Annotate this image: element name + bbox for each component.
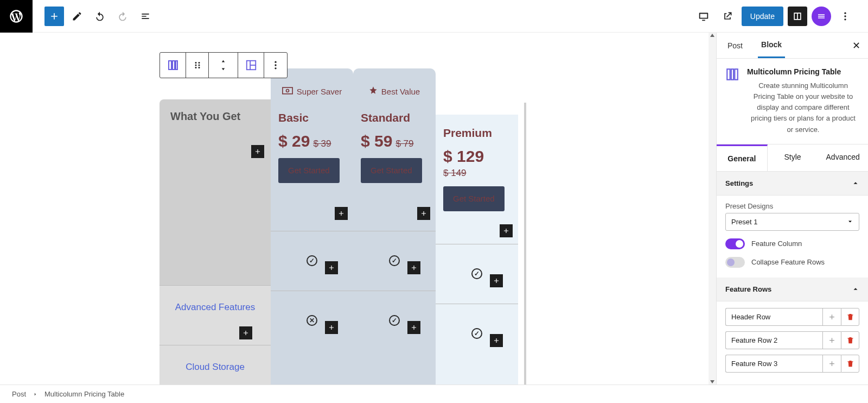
add-button[interactable] xyxy=(251,145,264,158)
pricing-table-block[interactable]: Super Saver Best Value What You Get xyxy=(159,68,524,385)
settings-sidebar: Post Block ✕ Multicolumn Pricing Table C… xyxy=(716,33,868,385)
tab-post[interactable]: Post xyxy=(724,34,746,58)
svg-point-0 xyxy=(844,12,846,14)
panel-settings[interactable]: Settings xyxy=(717,172,868,196)
plan-price: $ 59 xyxy=(361,132,392,150)
undo-button[interactable] xyxy=(90,7,110,26)
svg-point-1 xyxy=(844,15,846,17)
preset-select[interactable]: Preset 1 xyxy=(725,213,859,231)
block-type-button[interactable] xyxy=(160,53,186,78)
feature-row[interactable]: Cloud Storage xyxy=(159,345,271,385)
plan-cta[interactable]: Get Started xyxy=(361,158,422,183)
delete-row-button[interactable] xyxy=(841,331,859,349)
plugin-panel-button[interactable] xyxy=(812,7,831,26)
editor-canvas[interactable]: Super Saver Best Value What You Get xyxy=(0,33,716,385)
add-block-button[interactable] xyxy=(44,7,64,26)
delete-row-button[interactable] xyxy=(841,355,859,373)
plan-old-price: $ 39 xyxy=(313,138,331,149)
add-button[interactable] xyxy=(239,326,252,339)
block-desc-text: Create stunning Multicolumn Pricing Tabl… xyxy=(747,80,859,135)
toggle-label: Collapse Feature Rows xyxy=(751,258,825,266)
add-button[interactable] xyxy=(325,261,338,274)
add-button[interactable] xyxy=(490,274,503,287)
add-button[interactable] xyxy=(407,321,420,334)
plan-column-premium[interactable]: Premium $ 129 $ 149 Get Started ✓ ✓ xyxy=(436,115,518,385)
layout-button[interactable] xyxy=(238,53,264,78)
row-name[interactable]: Header Row xyxy=(725,308,822,326)
subtab-style[interactable]: Style xyxy=(768,144,818,171)
block-toolbar xyxy=(159,52,288,78)
add-button[interactable] xyxy=(500,224,513,237)
svg-point-19 xyxy=(286,90,289,92)
chevron-right-icon xyxy=(33,392,38,397)
toggle-collapse-rows[interactable] xyxy=(725,257,745,268)
more-options-button[interactable] xyxy=(835,7,855,26)
subtab-advanced[interactable]: Advanced xyxy=(818,144,868,171)
move-updown[interactable] xyxy=(209,53,238,78)
duplicate-row-button[interactable] xyxy=(822,308,841,326)
duplicate-row-button[interactable] xyxy=(822,355,841,373)
add-button[interactable] xyxy=(407,261,420,274)
subtab-general[interactable]: General xyxy=(717,144,768,171)
svg-rect-3 xyxy=(169,61,171,70)
check-icon: ✓ xyxy=(389,255,400,266)
svg-rect-21 xyxy=(731,69,733,80)
add-button[interactable] xyxy=(325,321,338,334)
plan-column-standard[interactable]: Standard $ 59$ 79 Get Started ✓ ✓ xyxy=(353,99,436,385)
add-button[interactable] xyxy=(490,334,503,347)
feature-label: Cloud Storage xyxy=(186,361,245,374)
block-subtabs: General Style Advanced xyxy=(717,144,868,172)
feature-cell[interactable]: ✓ xyxy=(436,244,518,304)
add-button[interactable] xyxy=(417,207,430,220)
breadcrumb-item[interactable]: Post xyxy=(12,390,26,398)
redo-button[interactable] xyxy=(113,7,132,26)
banknote-icon xyxy=(282,87,293,96)
block-more-button[interactable] xyxy=(264,53,287,78)
plan-column-basic[interactable]: Basic $ 29$ 39 Get Started ✓ ✕ xyxy=(271,99,353,385)
feature-cell[interactable]: ✓ xyxy=(353,231,436,291)
canvas-scrollbar[interactable] xyxy=(709,33,716,385)
delete-row-button[interactable] xyxy=(841,308,859,326)
panel-featurerows[interactable]: Feature Rows xyxy=(717,278,868,301)
open-external-button[interactable] xyxy=(718,7,737,26)
update-button[interactable]: Update xyxy=(742,7,783,26)
feature-row[interactable]: Advanced Features xyxy=(159,285,271,345)
view-desktop-button[interactable] xyxy=(694,7,713,26)
document-overview-button[interactable] xyxy=(136,7,155,26)
svg-rect-20 xyxy=(727,69,730,80)
feature-cell[interactable]: ✓ xyxy=(436,304,518,363)
feature-cell[interactable]: ✓ xyxy=(353,291,436,350)
sidebar-toggle-button[interactable] xyxy=(788,7,807,26)
close-icon[interactable]: ✕ xyxy=(852,40,860,52)
chip-label: Super Saver xyxy=(297,87,342,96)
edit-tool-button[interactable] xyxy=(67,7,87,26)
plan-cta[interactable]: Get Started xyxy=(278,158,340,183)
tab-block[interactable]: Block xyxy=(758,33,785,58)
svg-rect-18 xyxy=(283,87,292,94)
svg-rect-4 xyxy=(173,61,175,70)
plan-cta[interactable]: Get Started xyxy=(443,186,505,211)
block-title: Multicolumn Pricing Table xyxy=(747,67,859,76)
feature-row-item: Header Row xyxy=(725,308,859,326)
svg-point-15 xyxy=(275,61,276,63)
add-button[interactable] xyxy=(335,207,348,220)
feature-cell[interactable]: ✓ xyxy=(271,231,353,291)
toggle-feature-column[interactable] xyxy=(725,238,745,249)
editor-topbar: Update xyxy=(0,0,868,33)
drag-handle[interactable] xyxy=(186,53,209,78)
star-icon xyxy=(369,86,378,96)
row-name[interactable]: Feature Row 2 xyxy=(725,331,822,349)
plan-name: Basic xyxy=(278,111,346,124)
breadcrumb-item[interactable]: Multicolumn Pricing Table xyxy=(44,390,124,398)
feature-cell[interactable]: ✕ xyxy=(271,291,353,350)
svg-point-7 xyxy=(195,65,196,66)
plan-old-price: $ 149 xyxy=(443,168,510,179)
topbar-right-tools: Update xyxy=(694,7,868,26)
row-name[interactable]: Feature Row 3 xyxy=(725,355,822,373)
wordpress-logo[interactable] xyxy=(0,0,33,33)
duplicate-row-button[interactable] xyxy=(822,331,841,349)
check-icon: ✓ xyxy=(471,268,482,279)
chevron-up-icon xyxy=(852,285,859,293)
feature-column[interactable]: What You Get Advanced Features Cloud Sto… xyxy=(159,99,271,385)
chip-best-value[interactable]: Best Value xyxy=(353,68,436,99)
